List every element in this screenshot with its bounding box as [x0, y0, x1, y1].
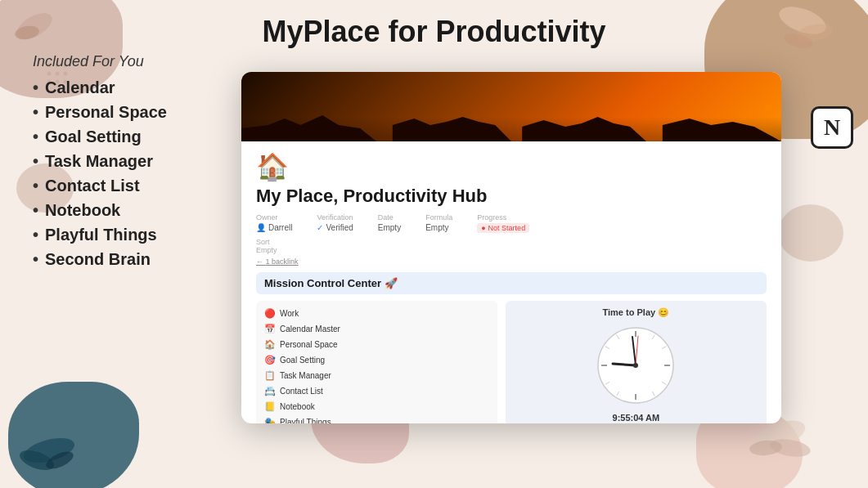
list-item-label: Second Brain	[45, 247, 151, 271]
list-item-goal-setting: Goal Setting	[33, 124, 167, 149]
backlink-row[interactable]: ← 1 backlink	[256, 257, 767, 266]
clock-header: Time to Play 😊	[603, 307, 670, 318]
card-content: 🏠 My Place, Productivity Hub Owner 👤 Dar…	[241, 141, 781, 423]
list-item-label: Playful Things	[45, 222, 157, 247]
prop-owner: Owner 👤 Darrell	[256, 213, 292, 233]
notion-icon: N	[811, 106, 853, 149]
nav-item-personal-label: Personal Space	[280, 340, 338, 349]
list-item-task-manager: Task Manager	[33, 149, 167, 173]
nav-item-personal-space[interactable]: 🏠 Personal Space	[261, 337, 492, 352]
nav-item-notebook-label: Notebook	[280, 402, 315, 411]
prop-owner-value: 👤 Darrell	[256, 223, 292, 232]
list-item-playful-things: Playful Things	[33, 222, 167, 247]
prop-formula-value: Empty	[425, 223, 452, 232]
task-icon: 📋	[264, 370, 276, 381]
prop-date-label: Date	[378, 213, 401, 222]
analog-clock	[595, 325, 677, 406]
nav-item-playful-label: Playful Things	[280, 418, 331, 423]
list-item-label: Notebook	[45, 198, 120, 222]
list-item-label: Goal Setting	[45, 124, 142, 149]
contact-icon: 📇	[264, 386, 276, 396]
nav-item-task-label: Task Manager	[280, 371, 331, 380]
nav-item-goal-setting[interactable]: 🎯 Goal Setting	[261, 352, 492, 368]
nav-item-playful-things[interactable]: 🎭 Playful Things	[261, 414, 492, 423]
prop-formula-label: Formula	[425, 213, 452, 222]
bg-shape-mid-right	[778, 204, 843, 262]
goal-icon: 🎯	[264, 355, 276, 365]
prop-formula: Formula Empty	[425, 213, 452, 233]
prop-verification-value: ✓ Verified	[317, 223, 353, 232]
prop-owner-label: Owner	[256, 213, 292, 222]
list-item-calendar: Calendar	[33, 75, 167, 100]
notebook-icon: 📒	[264, 401, 276, 412]
list-item-label: Contact List	[45, 173, 140, 198]
notion-letter: N	[824, 114, 840, 141]
nav-item-calendar-label: Calendar Master	[280, 325, 340, 334]
nav-item-work-label: Work	[280, 309, 299, 318]
nav-item-notebook[interactable]: 📒 Notebook	[261, 399, 492, 414]
prop-date: Date Empty	[378, 213, 401, 233]
nav-item-task-manager[interactable]: 📋 Task Manager	[261, 368, 492, 383]
nav-item-calendar[interactable]: 📅 Calendar Master	[261, 321, 492, 337]
prop-progress-label: Progress	[477, 213, 529, 222]
mission-title: Mission Control Center 🚀	[264, 277, 758, 289]
card-title: My Place, Productivity Hub	[256, 186, 767, 207]
two-col-layout: 🔴 Work 📅 Calendar Master 🏠 Personal Spac…	[256, 301, 767, 423]
included-list: Included For You Calendar Personal Space…	[33, 53, 167, 271]
feature-list: Calendar Personal Space Goal Setting Tas…	[33, 75, 167, 271]
list-item-notebook: Notebook	[33, 198, 167, 222]
screenshot-card: 🏠 My Place, Productivity Hub Owner 👤 Dar…	[241, 72, 781, 423]
properties-row: Owner 👤 Darrell Verification ✓ Verified …	[256, 213, 767, 233]
list-heading: Included For You	[33, 53, 167, 70]
playful-icon: 🎭	[264, 417, 276, 423]
card-header-image	[241, 72, 781, 141]
list-item-label: Calendar	[45, 75, 115, 100]
prop-verification: Verification ✓ Verified	[317, 213, 353, 233]
nav-item-contact-list[interactable]: 📇 Contact List	[261, 383, 492, 399]
prop-progress-value: ● Not Started	[477, 223, 529, 233]
nav-list: 🔴 Work 📅 Calendar Master 🏠 Personal Spac…	[256, 301, 497, 423]
prop-progress: Progress ● Not Started	[477, 213, 529, 233]
work-icon: 🔴	[264, 308, 276, 319]
leaf-bottom-left-decoration	[12, 419, 86, 484]
mission-section: Mission Control Center 🚀	[256, 272, 767, 294]
card-emoji: 🏠	[256, 151, 767, 182]
nav-item-work[interactable]: 🔴 Work	[261, 306, 492, 321]
page-title: MyPlace for Productivity	[0, 15, 868, 49]
avatar-icon: 👤	[256, 223, 266, 232]
sort-row: Sort Empty	[256, 238, 767, 254]
prop-date-value: Empty	[378, 223, 401, 232]
prop-verification-label: Verification	[317, 213, 353, 222]
personal-space-icon: 🏠	[264, 339, 276, 350]
svg-point-45	[633, 363, 638, 368]
list-item-personal-space: Personal Space	[33, 100, 167, 124]
clock-face-svg	[595, 325, 677, 406]
nav-item-goal-label: Goal Setting	[280, 356, 325, 365]
svg-line-42	[613, 364, 636, 365]
list-item-second-brain: Second Brain	[33, 247, 167, 271]
check-icon: ✓	[317, 223, 323, 232]
calendar-icon: 📅	[264, 324, 276, 334]
list-item-label: Personal Space	[45, 100, 167, 124]
clock-time-display: 9:55:04 AM	[613, 413, 660, 423]
list-item-label: Task Manager	[45, 149, 153, 173]
nav-item-contact-label: Contact List	[280, 387, 323, 396]
clock-section: Time to Play 😊	[506, 301, 767, 423]
list-item-contact-list: Contact List	[33, 173, 167, 198]
